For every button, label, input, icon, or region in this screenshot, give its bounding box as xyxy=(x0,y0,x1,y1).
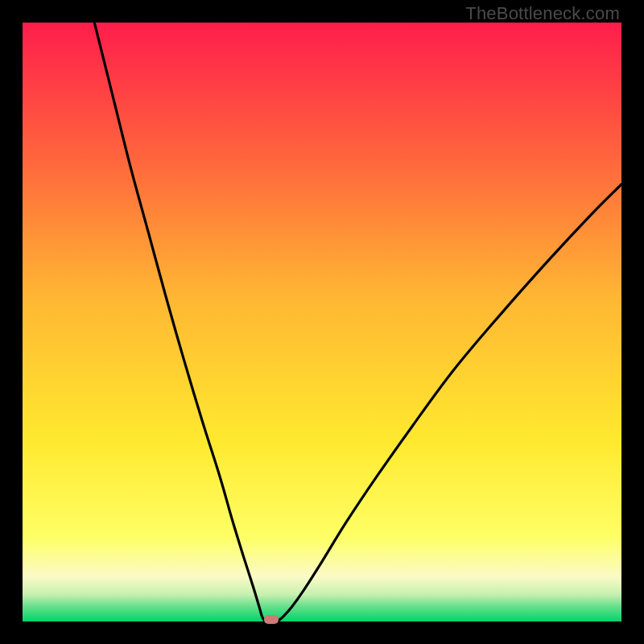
watermark-label: TheBottleneck.com xyxy=(465,3,620,24)
gradient-background xyxy=(23,23,621,621)
chart-frame xyxy=(23,23,621,621)
minimum-marker xyxy=(264,615,279,624)
bottleneck-chart xyxy=(23,23,621,621)
